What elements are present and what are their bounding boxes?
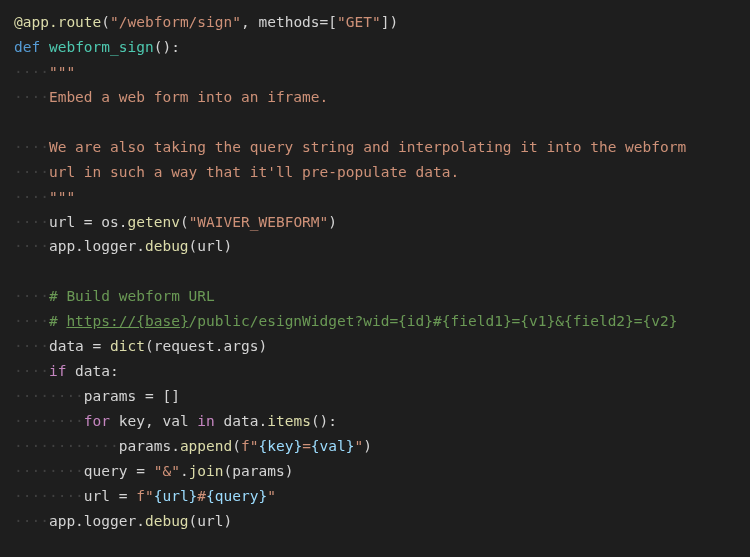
code-block: @app.route("/webform/sign", methods=["GE…: [0, 0, 750, 557]
comment-url: https://{base}: [66, 313, 188, 329]
indent-guide: ····: [14, 64, 49, 80]
docstring-line: Embed a web form into an iframe.: [49, 89, 328, 105]
comment-line: # Build webform URL: [49, 288, 215, 304]
keyword-if: if: [49, 363, 66, 379]
keyword-def: def: [14, 39, 40, 55]
decorator: @app.route: [14, 14, 101, 30]
function-name: webform_sign: [49, 39, 154, 55]
